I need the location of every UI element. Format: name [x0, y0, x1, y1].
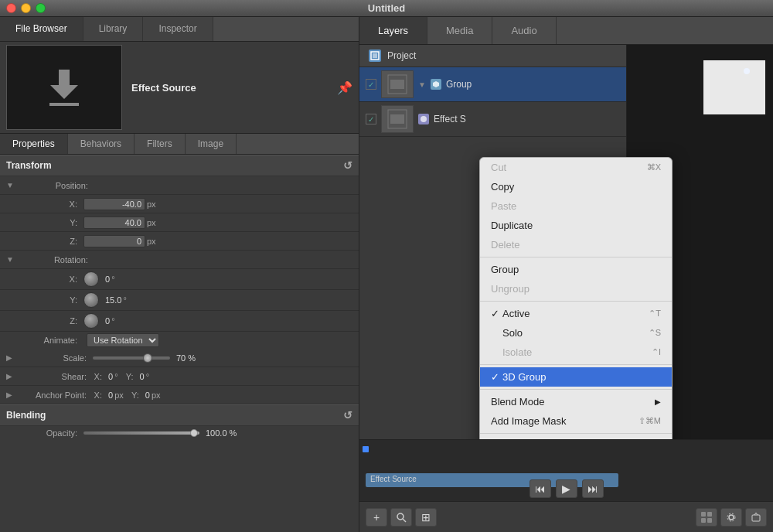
rot-z-knob[interactable]: [83, 313, 99, 329]
svg-rect-11: [701, 518, 706, 523]
tab-filters[interactable]: Filters: [135, 134, 186, 154]
add-layer-btn[interactable]: +: [366, 508, 387, 527]
position-arrow[interactable]: ▼: [6, 181, 14, 189]
pos-x-input[interactable]: [83, 198, 145, 210]
tab-audio[interactable]: Audio: [492, 17, 556, 44]
tab-properties[interactable]: Properties: [0, 134, 68, 154]
anchor-x-value: 0: [108, 390, 113, 400]
window-controls[interactable]: [6, 3, 46, 13]
ctx-blend-mode[interactable]: Blend Mode ▶: [480, 392, 672, 411]
rot-x-knob[interactable]: [83, 271, 99, 287]
anchor-arrow[interactable]: ▶: [6, 390, 12, 399]
shear-y-label: Y:: [124, 372, 140, 381]
effect-source-pin[interactable]: 📌: [337, 80, 352, 95]
pos-z-unit: px: [147, 237, 156, 246]
anchor-x-unit: px: [114, 390, 124, 400]
gear-icon: [726, 512, 737, 523]
ctx-group[interactable]: Group: [480, 260, 672, 279]
tab-media[interactable]: Media: [427, 17, 492, 44]
opacity-slider[interactable]: [83, 431, 199, 435]
shear-x-value: 0: [108, 372, 113, 381]
pos-y-input[interactable]: [83, 217, 145, 229]
rot-y-row: Y: 15.0 °: [0, 290, 359, 311]
scale-slider-thumb: [143, 353, 152, 363]
tab-image[interactable]: Image: [186, 134, 237, 154]
rot-z-value: 0: [105, 316, 110, 326]
ctx-sep-5: [480, 433, 672, 434]
layer-checkbox-group[interactable]: ✓: [366, 79, 376, 90]
play-to-start-btn[interactable]: ⏮: [530, 479, 551, 498]
opacity-label: Opacity:: [6, 428, 83, 438]
window-title: Untitled: [368, 2, 405, 14]
anchor-y-label: Y:: [130, 390, 145, 400]
search-layers-btn[interactable]: [390, 508, 412, 527]
ctx-active-shortcut: ⌃T: [649, 309, 661, 319]
layer-groups-btn[interactable]: [696, 508, 717, 527]
tab-file-browser[interactable]: File Browser: [0, 17, 83, 41]
shear-x-unit: °: [114, 372, 117, 381]
tab-behaviors[interactable]: Behaviors: [68, 134, 135, 154]
tab-inspector[interactable]: Inspector: [143, 17, 213, 41]
rot-y-value: 15.0: [105, 295, 121, 305]
ctx-isolate[interactable]: ✓ Isolate ⌃I: [480, 343, 672, 362]
ctx-paste[interactable]: Paste: [480, 196, 672, 216]
3d-group-checkmark: ✓: [491, 371, 499, 383]
tab-layers[interactable]: Layers: [359, 17, 427, 44]
anchor-label: Anchor Point:: [15, 390, 93, 400]
shear-label: Shear:: [15, 372, 93, 381]
tab-library[interactable]: Library: [83, 17, 144, 41]
canvas-white-shape: [703, 60, 765, 114]
ctx-cut[interactable]: Cut ⌘X: [480, 158, 672, 177]
scale-label: Scale:: [15, 353, 93, 363]
effect-source-info: Effect Source: [128, 79, 331, 97]
pos-z-input[interactable]: [83, 235, 145, 247]
ctx-3d-group[interactable]: ✓ 3D Group: [480, 367, 672, 387]
pos-z-label: Z:: [6, 237, 83, 246]
maximize-button[interactable]: [36, 3, 46, 13]
rot-y-knob[interactable]: [83, 292, 99, 308]
layer-thumb-group: [381, 70, 414, 98]
minimize-button[interactable]: [21, 3, 31, 13]
ctx-delete[interactable]: Delete: [480, 235, 672, 254]
opacity-row: Opacity: 100.0 %: [0, 426, 359, 440]
group-collapse-arrow[interactable]: ▼: [418, 80, 426, 89]
grid-view-btn[interactable]: ⊞: [415, 508, 437, 527]
rotation-label: Rotation:: [17, 255, 94, 264]
pos-y-unit: px: [147, 218, 156, 227]
rotation-arrow[interactable]: ▼: [6, 255, 14, 264]
layer-checkbox-effect[interactable]: ✓: [366, 114, 376, 124]
ctx-duplicate[interactable]: Duplicate: [480, 216, 672, 235]
effect-source-title: Effect Source: [131, 82, 328, 94]
ctx-sep-2: [480, 301, 672, 302]
group-type-icon: [431, 79, 441, 90]
scale-slider[interactable]: [93, 356, 170, 360]
position-y-row: Y: px: [0, 213, 359, 232]
close-button[interactable]: [6, 3, 16, 13]
shear-arrow[interactable]: ▶: [6, 372, 12, 380]
scale-slider-container: [93, 356, 170, 360]
svg-rect-10: [707, 512, 712, 517]
ctx-copy[interactable]: Copy: [480, 177, 672, 196]
layer-groups-icon: [700, 511, 713, 523]
animate-dropdown[interactable]: Use Rotation: [87, 333, 159, 347]
rot-z-unit: °: [111, 316, 114, 326]
layers-bottom-toolbar: + ⊞: [359, 501, 773, 532]
play-to-end-btn[interactable]: ⏭: [582, 479, 604, 498]
ctx-add-image-mask[interactable]: Add Image Mask ⇧⌘M: [480, 411, 672, 431]
transform-reset[interactable]: ↺: [343, 159, 352, 172]
ctx-sep-3: [480, 364, 672, 365]
ctx-make-clone-layer[interactable]: Make Clone Layer K: [480, 436, 672, 439]
top-tab-bar: File Browser Library Inspector: [0, 17, 359, 42]
share-btn[interactable]: [745, 508, 767, 527]
play-btn[interactable]: ▶: [556, 479, 577, 498]
scale-arrow[interactable]: ▶: [6, 353, 12, 362]
shear-y-value: 0: [140, 372, 145, 381]
svg-point-13: [729, 515, 734, 520]
ctx-solo[interactable]: ✓ Solo ⌃S: [480, 323, 672, 343]
blending-reset[interactable]: ↺: [343, 409, 352, 421]
ctx-active[interactable]: ✓ Active ⌃T: [480, 304, 672, 323]
download-icon: [41, 68, 87, 107]
ctx-ungroup[interactable]: Ungroup: [480, 279, 672, 298]
settings-btn[interactable]: [720, 508, 742, 527]
left-panel: File Browser Library Inspector Effect So…: [0, 17, 359, 532]
